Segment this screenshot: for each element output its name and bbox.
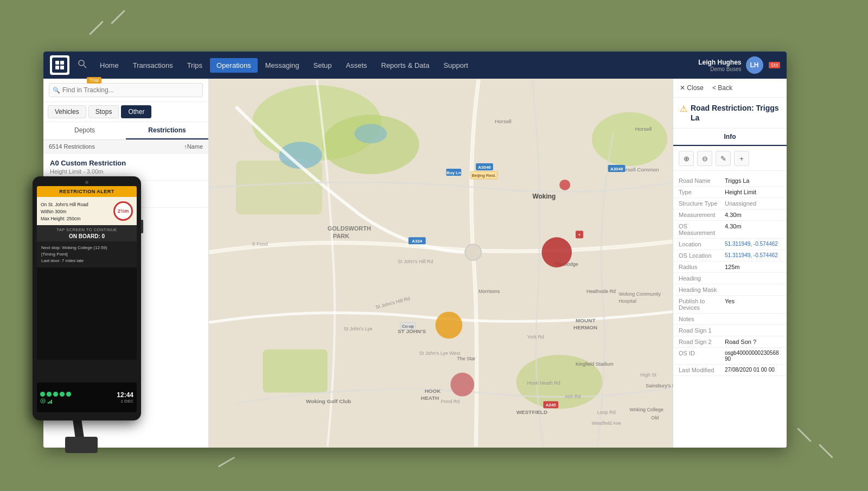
svg-point-14	[354, 124, 387, 144]
nav-messaging[interactable]: Messaging	[259, 58, 306, 73]
svg-text:Woking: Woking	[533, 193, 556, 200]
nav-support[interactable]: Support	[437, 58, 475, 73]
value-heading-mask	[725, 286, 781, 293]
tab-other[interactable]: Other	[121, 105, 151, 118]
decor-dash-2	[111, 10, 125, 24]
user-info: Leigh Hughes Demo Buses	[698, 59, 741, 72]
svg-text:St John's Lye: St John's Lye	[344, 326, 373, 331]
list-count: 6514 Restrictions	[49, 143, 95, 150]
tab-stops[interactable]: Stops	[88, 105, 119, 118]
right-panel: ✕ Close < Back ⚠ Road Restriction: Trigg…	[673, 79, 787, 448]
restriction-sign-icon: 2½m	[113, 201, 133, 221]
nav-assets[interactable]: Assets	[339, 58, 373, 73]
nav-reports[interactable]: Reports & Data	[375, 58, 436, 73]
field-road-sign-1: Road Sign 1	[673, 325, 787, 336]
panel-title-text: Road Restriction: Triggs La	[691, 103, 780, 123]
svg-text:Old: Old	[651, 415, 659, 420]
panel-data: Road Name Triggs La Type Height Limit St…	[673, 171, 787, 380]
svg-point-10	[592, 112, 667, 166]
back-button[interactable]: < Back	[712, 84, 732, 92]
field-heading: Heading	[673, 273, 787, 284]
panel-nav: ✕ Close < Back	[673, 79, 787, 98]
svg-text:Horsell: Horsell	[495, 118, 512, 124]
svg-rect-2	[55, 66, 59, 69]
sm-badge: SM	[769, 62, 781, 68]
field-radius: Radius 125m	[673, 262, 787, 273]
svg-text:Pond Rd: Pond Rd	[441, 399, 460, 404]
list-header: 6514 Restrictions ↑Name	[43, 140, 208, 154]
svg-text:Ash Rd: Ash Rd	[565, 394, 580, 399]
value-os-location: 51.311949, -0.574462	[725, 252, 781, 259]
svg-text:MOUNT: MOUNT	[576, 317, 595, 323]
nav-setup[interactable]: Setup	[307, 58, 339, 73]
logo-inner	[52, 58, 67, 73]
map-area[interactable]: GOLDSWORTH PARK Woking MOUNT HERMON ST J…	[209, 79, 673, 448]
field-location: Location 51.311949, -0.574462	[673, 239, 787, 250]
restriction-sub-0: Height Limit - 3.00m	[50, 168, 202, 175]
device-date: 1 DEC	[117, 399, 133, 404]
svg-text:High St: High St	[640, 372, 656, 378]
svg-rect-11	[263, 349, 327, 393]
warning-icon: ⚠	[680, 104, 687, 114]
navbar-logo	[50, 55, 69, 75]
svg-text:Co-op: Co-op	[402, 324, 414, 329]
value-publish: Yes	[725, 298, 781, 311]
list-sort[interactable]: ↑Name	[184, 143, 203, 150]
alert-header: RESTRICTION ALERT	[37, 186, 137, 197]
navbar-search-icon[interactable]	[78, 60, 87, 71]
value-last-modified: 27/08/2020 01 00 00	[725, 367, 781, 373]
tab-vehicles[interactable]: Vehicles	[48, 105, 86, 118]
gps-icon	[40, 398, 46, 404]
panel-tab-info[interactable]: Info	[673, 129, 787, 146]
nav-transactions[interactable]: Transactions	[126, 58, 180, 73]
svg-text:St John's Lye West: St John's Lye West	[419, 350, 461, 356]
add-button[interactable]: +	[734, 151, 749, 166]
svg-text:A324: A324	[412, 239, 423, 244]
svg-text:+: +	[578, 232, 580, 238]
svg-text:Hook Heath Rd: Hook Heath Rd	[527, 380, 560, 386]
side-button	[141, 220, 143, 233]
svg-rect-74	[49, 401, 50, 404]
nav-operations[interactable]: Operations	[210, 58, 258, 73]
sub-tab-restrictions[interactable]: Restrictions	[126, 122, 208, 139]
edit-button[interactable]: ✎	[716, 151, 731, 166]
field-os-id: OS ID osgb4000000023056890	[673, 348, 787, 365]
svg-text:York Rd: York Rd	[527, 334, 544, 340]
restriction-name-0: A0 Custom Restriction	[50, 159, 202, 167]
status-dot-4	[60, 392, 65, 397]
zoom-out-button[interactable]: ⊖	[697, 151, 712, 166]
nav-home[interactable]: Home	[93, 58, 125, 73]
svg-rect-1	[60, 61, 64, 65]
field-last-modified: Last Modified 27/08/2020 01 00 00	[673, 365, 787, 376]
svg-text:Loop Rd: Loop Rd	[597, 410, 616, 415]
search-input[interactable]	[49, 83, 203, 97]
next-stop-area: Next stop: Woking College (12:59) [Timin…	[37, 241, 137, 267]
status-dot-5	[66, 392, 71, 397]
svg-text:Beijing Rest.: Beijing Rest.	[472, 173, 496, 178]
nav-trips[interactable]: Trips	[181, 58, 209, 73]
field-os-location: OS Location 51.311949, -0.574462	[673, 250, 787, 262]
svg-text:Morrisons: Morrisons	[478, 289, 500, 294]
value-radius: 125m	[725, 264, 781, 270]
device-screen[interactable]: RESTRICTION ALERT 2½m On St. John's Hill…	[37, 186, 137, 360]
decor-dash-5	[218, 456, 235, 467]
user-avatar[interactable]: LH	[746, 56, 763, 74]
navbar: Home Transactions Trips Operations Messa…	[43, 52, 787, 79]
value-measurement: 4.30m	[725, 212, 781, 218]
navbar-nav: Home Transactions Trips Operations Messa…	[93, 58, 698, 73]
svg-rect-3	[60, 66, 64, 69]
field-measurement: Measurement 4.30m	[673, 209, 787, 221]
svg-text:Buy Ln: Buy Ln	[446, 170, 461, 175]
tap-screen-area[interactable]: TAP SCREEN TO CONTINUE ON BOARD: 0	[37, 225, 137, 241]
device-status-bar: 12:44 1 DEC	[37, 382, 137, 412]
decor-dash-3	[797, 428, 812, 442]
close-button[interactable]: ✕ Close	[680, 84, 704, 92]
sub-tab-depots[interactable]: Depots	[43, 122, 126, 139]
search-wrap: 🔍	[49, 83, 203, 97]
svg-point-69	[436, 311, 463, 339]
value-road-sign-2: Road Son ?	[725, 339, 781, 345]
zoom-in-button[interactable]: ⊕	[679, 151, 694, 166]
field-structure-type: Structure Type Unassigned	[673, 198, 787, 209]
svg-text:The Star: The Star	[457, 356, 475, 361]
user-company: Demo Buses	[698, 66, 741, 72]
